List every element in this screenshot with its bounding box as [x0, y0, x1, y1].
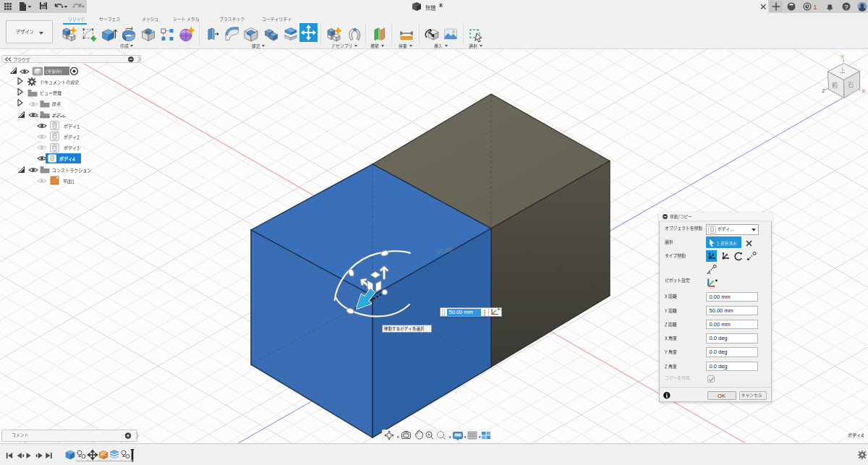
svg-text:?: ? — [845, 4, 848, 11]
svg-text:Y: Y — [841, 54, 845, 60]
svg-text:1: 1 — [814, 4, 817, 11]
svg-text:X: X — [861, 88, 866, 95]
svg-text:Z: Z — [822, 88, 825, 94]
